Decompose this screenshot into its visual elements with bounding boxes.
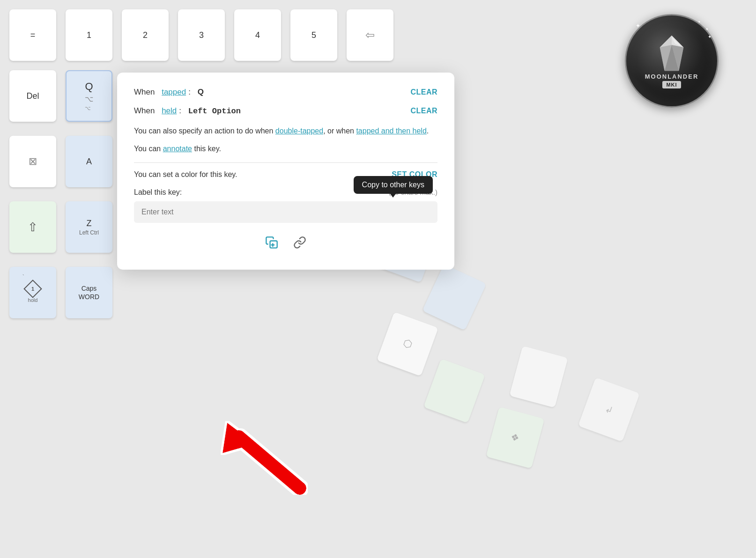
star-3: ✦ bbox=[708, 34, 712, 39]
desc-link1[interactable]: double-tapped bbox=[275, 127, 323, 135]
key-1-label: 1 bbox=[87, 30, 91, 40]
key-2-label: 2 bbox=[143, 30, 148, 40]
diamond-icon: 1 bbox=[23, 279, 42, 298]
moonlander-name: MOONLANDER bbox=[645, 73, 699, 80]
key-a[interactable]: A bbox=[66, 136, 112, 187]
link-icon bbox=[293, 236, 306, 249]
key-equals-label: = bbox=[30, 30, 36, 40]
clear-held-button[interactable]: CLEAR bbox=[410, 107, 437, 115]
tapped-value: Q bbox=[198, 88, 204, 97]
rotated-icon-5: ❖ bbox=[510, 431, 521, 444]
star-4: ✦ bbox=[698, 20, 701, 24]
tooltip-text: Copy to other keys bbox=[362, 181, 424, 189]
color-text: You can set a color for this key. bbox=[134, 170, 237, 179]
svg-marker-11 bbox=[222, 423, 255, 453]
desc-part1: You can also specify an action to do whe… bbox=[134, 127, 273, 135]
key-3-label: 3 bbox=[199, 30, 204, 40]
copy-to-clipboard-button[interactable] bbox=[261, 232, 282, 253]
key-q-label: Q bbox=[85, 81, 93, 93]
held-text: When held: Left Option bbox=[134, 106, 241, 116]
key-4[interactable]: 4 bbox=[234, 9, 281, 61]
key-rotated-4[interactable] bbox=[423, 359, 485, 423]
erase-icon: ⊠ bbox=[29, 155, 37, 168]
tapped-label: When bbox=[134, 88, 155, 97]
key-z[interactable]: Z Left Ctrl bbox=[66, 201, 112, 253]
tooltip-arrow bbox=[390, 194, 396, 198]
key-a-label: A bbox=[86, 157, 92, 167]
held-row: When held: Left Option CLEAR bbox=[134, 106, 437, 116]
key-z-sublabel: Left Ctrl bbox=[79, 229, 99, 236]
annotate-part1: You can bbox=[134, 145, 161, 153]
popup-description: You can also specify an action to do whe… bbox=[134, 125, 437, 137]
key-equals[interactable]: = bbox=[9, 9, 56, 61]
moonlander-model: MKI bbox=[662, 81, 681, 88]
key-caps[interactable]: ` 1 hold bbox=[9, 267, 56, 318]
popup-divider bbox=[134, 162, 437, 163]
tapped-colon: : bbox=[188, 88, 191, 97]
keyboard-background: = 1 2 3 4 5 ⇦ Del Q ⌥⌥ ⊠ A ⇧ Z Left Ctrl bbox=[0, 0, 756, 558]
held-value: Left Option bbox=[188, 107, 241, 116]
popup-annotate: You can annotate this key. bbox=[134, 145, 437, 153]
desc-end: . bbox=[427, 127, 429, 135]
key-erase[interactable]: ⊠ bbox=[9, 136, 56, 187]
tapped-text: When tapped: Q bbox=[134, 88, 204, 97]
key-del-label: Del bbox=[26, 91, 39, 101]
key-q-sublabel: ⌥⌥ bbox=[85, 95, 93, 112]
key-rotated-3[interactable]: ⬡ bbox=[377, 312, 438, 376]
red-arrow-icon bbox=[183, 418, 323, 502]
key-1[interactable]: 1 bbox=[66, 9, 112, 61]
key-del[interactable]: Del bbox=[9, 70, 56, 122]
moonlander-logo: ✦ ✦ ✦ ✦ MOONLANDER MKI bbox=[625, 14, 719, 108]
key-2[interactable]: 2 bbox=[122, 9, 169, 61]
tapped-link[interactable]: tapped bbox=[162, 88, 186, 97]
label-input-row bbox=[134, 201, 437, 223]
key-q[interactable]: Q ⌥⌥ bbox=[66, 70, 112, 122]
held-label: When bbox=[134, 106, 155, 116]
input-area: Copy to other keys bbox=[134, 201, 437, 253]
star-2: ✦ bbox=[705, 27, 709, 31]
capsword-label: CapsWORD bbox=[79, 284, 99, 301]
key-4-label: 4 bbox=[255, 30, 260, 40]
key-shift[interactable]: ⇧ bbox=[9, 201, 56, 253]
annotate-part2: this key. bbox=[194, 145, 221, 153]
star-1: ✦ bbox=[636, 22, 640, 29]
label-text: Label this key: bbox=[134, 188, 182, 197]
held-colon: : bbox=[179, 106, 181, 116]
held-link[interactable]: held bbox=[162, 106, 177, 116]
key-capsword[interactable]: CapsWORD bbox=[66, 267, 112, 318]
key-3[interactable]: 3 bbox=[178, 9, 225, 61]
red-arrow bbox=[183, 418, 323, 504]
annotate-link[interactable]: annotate bbox=[163, 145, 192, 153]
clipboard-icon bbox=[265, 236, 278, 249]
rotated-icon-3: ⬡ bbox=[401, 337, 414, 352]
rotated-icon-7: ↲ bbox=[603, 403, 615, 416]
key-rotated-7[interactable]: ↲ bbox=[578, 377, 640, 442]
key-5-label: 5 bbox=[311, 30, 316, 40]
key-z-label: Z bbox=[87, 219, 92, 228]
copy-link-button[interactable] bbox=[289, 232, 310, 253]
backtick-label: ` bbox=[22, 274, 24, 279]
svg-line-10 bbox=[239, 437, 300, 488]
key-rotated-5[interactable]: ❖ bbox=[486, 407, 544, 469]
key-rotated-6[interactable] bbox=[509, 346, 568, 408]
key-backspace[interactable]: ⇦ bbox=[347, 9, 393, 61]
key-rotated-2[interactable] bbox=[422, 264, 486, 330]
moonlander-gem-icon bbox=[655, 33, 688, 73]
desc-link2[interactable]: tapped and then held bbox=[356, 127, 426, 135]
icon-buttons-row bbox=[134, 232, 437, 253]
shift-icon: ⇧ bbox=[28, 220, 38, 235]
key-5[interactable]: 5 bbox=[290, 9, 337, 61]
backspace-icon: ⇦ bbox=[365, 29, 375, 42]
copy-to-other-keys-tooltip: Copy to other keys bbox=[354, 176, 433, 194]
tapped-row: When tapped: Q CLEAR bbox=[134, 88, 437, 97]
clear-tapped-button[interactable]: CLEAR bbox=[410, 88, 437, 96]
desc-part2: , or when bbox=[323, 127, 354, 135]
label-input[interactable] bbox=[134, 201, 437, 223]
key-config-popup: When tapped: Q CLEAR When held: Left Opt… bbox=[117, 73, 454, 270]
